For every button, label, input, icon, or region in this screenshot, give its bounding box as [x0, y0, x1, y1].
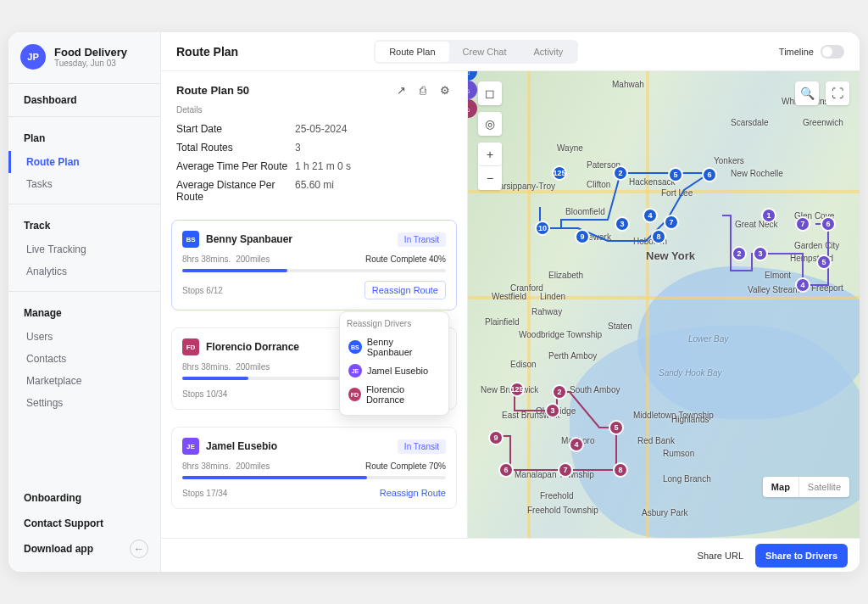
- city-label: Scarsdale: [731, 118, 768, 127]
- map-marker[interactable]: 2: [732, 246, 747, 261]
- map-marker[interactable]: 8: [613, 462, 628, 478]
- route-time: 8hrs 38mins.: [182, 254, 231, 264]
- city-label: Westfield: [492, 292, 526, 301]
- reassign-button[interactable]: Reassign Route: [364, 281, 446, 299]
- settings-icon[interactable]: ⚙: [438, 83, 452, 97]
- map-zoom-in-icon[interactable]: +: [478, 143, 502, 166]
- map-marker[interactable]: 2: [613, 165, 628, 181]
- map-canvas[interactable]: New York Yonkers Newark Paterson Clifton…: [468, 71, 860, 538]
- city-label: Perth Amboy: [548, 351, 597, 361]
- city-label: Clifton: [587, 180, 610, 189]
- tab-route-plan[interactable]: Route Plan: [376, 42, 448, 62]
- org-date: Tuesday, Jun 03: [54, 59, 127, 68]
- nav-item-route-plan[interactable]: Route Plan: [8, 151, 160, 173]
- tab-crew-chat[interactable]: Crew Chat: [449, 42, 520, 62]
- route-distance: 200miles: [236, 461, 270, 471]
- route-complete: Route Complete 40%: [365, 254, 446, 264]
- city-label: Yonkers: [714, 156, 744, 165]
- map-marker[interactable]: 8: [651, 229, 666, 244]
- map-type-satellite[interactable]: Satellite: [799, 477, 849, 497]
- city-label: Red Bank: [637, 436, 675, 445]
- map-marker[interactable]: 7: [664, 215, 679, 230]
- driver-name: Jamel Eusebio: [206, 440, 277, 452]
- collapse-icon[interactable]: ←: [130, 540, 148, 558]
- detail-start-date-v: 25-05-2024: [295, 123, 347, 135]
- map-marker[interactable]: 5: [668, 167, 683, 182]
- map-locate-icon[interactable]: ◎: [478, 112, 502, 136]
- map-box-select-icon[interactable]: ◻: [478, 81, 502, 105]
- map-zoom-out-icon[interactable]: −: [478, 166, 502, 190]
- map-marker[interactable]: 7: [795, 216, 810, 232]
- map-marker[interactable]: 4: [643, 208, 658, 223]
- detail-avgdist-v: 65.60 mi: [295, 179, 334, 203]
- route-complete: Route Complete 70%: [365, 461, 446, 471]
- driver-name: Benny Spanbauer: [206, 233, 292, 245]
- city-label: Asbury Park: [642, 508, 687, 517]
- reassign-button[interactable]: Reassign Route: [380, 488, 446, 498]
- dropdown-item[interactable]: FDFlorencio Dorrance: [347, 381, 442, 408]
- map-marker[interactable]: 3: [545, 403, 560, 418]
- city-label: New York: [646, 249, 695, 262]
- map-marker[interactable]: 7: [558, 462, 573, 478]
- city-label: Fort Lee: [661, 188, 693, 198]
- map-marker[interactable]: 6: [821, 216, 836, 232]
- city-label: Highlands: [671, 415, 709, 424]
- map-controls-right: 🔍 ⛶: [795, 81, 849, 105]
- topbar: Route Plan Route Plan Crew Chat Activity…: [161, 32, 860, 71]
- detail-start-date-k: Start Date: [176, 123, 295, 135]
- map-marker[interactable]: 5: [816, 254, 832, 270]
- dropdown-item[interactable]: BSBenny Spanbauer: [347, 333, 442, 361]
- map-marker[interactable]: 3: [753, 246, 768, 261]
- route-card[interactable]: BS Benny Spanbauer In Transit 8hrs 38min…: [171, 220, 457, 310]
- map-marker[interactable]: 1: [761, 208, 776, 223]
- map-marker[interactable]: 125: [509, 382, 525, 397]
- map-marker[interactable]: 9: [488, 430, 504, 445]
- tab-activity[interactable]: Activity: [520, 42, 577, 62]
- city-label: Garden City: [794, 241, 839, 250]
- stops-label: Stops: [182, 389, 204, 399]
- open-external-icon[interactable]: ↗: [394, 83, 408, 97]
- nav-item-tasks[interactable]: Tasks: [8, 173, 160, 195]
- driver-name: Florencio Dorrance: [206, 341, 299, 353]
- map-marker[interactable]: 10: [535, 221, 550, 236]
- nav-onboarding[interactable]: Onboarding: [8, 485, 160, 511]
- timeline-toggle-wrap: Timeline: [779, 45, 844, 59]
- nav-item-users[interactable]: Users: [8, 326, 160, 348]
- route-card[interactable]: JE Jamel Eusebio In Transit 8hrs 38mins.…: [171, 427, 457, 509]
- map-marker[interactable]: 125: [552, 165, 567, 181]
- map-marker[interactable]: 6: [498, 462, 514, 478]
- nav-header-manage: Manage: [8, 300, 160, 326]
- nav-item-settings[interactable]: Settings: [8, 392, 160, 414]
- nav-item-analytics[interactable]: Analytics: [8, 260, 160, 282]
- timeline-toggle[interactable]: [821, 45, 844, 59]
- nav-item-marketplace[interactable]: Marketplace: [8, 370, 160, 392]
- city-label: Freeport: [811, 283, 843, 293]
- nav-download[interactable]: Download app: [8, 536, 130, 562]
- share-url-button[interactable]: Share URL: [698, 551, 743, 561]
- map-marker[interactable]: 5: [609, 420, 624, 435]
- map-marker[interactable]: 4: [795, 277, 810, 293]
- map-marker[interactable]: 2: [552, 384, 567, 400]
- nav-support[interactable]: Contact Support: [8, 511, 160, 536]
- map-type-map[interactable]: Map: [763, 477, 799, 497]
- map-marker[interactable]: 6: [702, 167, 717, 182]
- map-fullscreen-icon[interactable]: ⛶: [826, 81, 849, 105]
- dropdown-item[interactable]: JEJamel Eusebio: [347, 361, 442, 381]
- panel-title: Route Plan 50: [176, 84, 249, 97]
- map-type-switch: Map Satellite: [763, 477, 849, 497]
- driver-avatar: BS: [182, 231, 199, 248]
- share-drivers-button[interactable]: Share to Drivers: [755, 544, 848, 568]
- nav-item-live-tracking[interactable]: Live Tracking: [8, 238, 160, 260]
- route-distance: 200miles: [236, 254, 270, 264]
- driver-avatar: JE: [182, 438, 199, 455]
- nav-item-contacts[interactable]: Contacts: [8, 348, 160, 370]
- nav-dashboard[interactable]: Dashboard: [8, 87, 160, 113]
- map-marker[interactable]: 3: [615, 216, 630, 232]
- route-card[interactable]: FD Florencio Dorrance 8hrs 38mins. 200mi…: [171, 327, 457, 410]
- city-label: Linden: [540, 292, 565, 301]
- print-icon[interactable]: ⎙: [416, 83, 430, 97]
- map-marker[interactable]: 9: [575, 229, 590, 244]
- map-marker[interactable]: 4: [569, 437, 584, 452]
- map-search-zoom-icon[interactable]: 🔍: [795, 81, 819, 105]
- status-badge: In Transit: [398, 232, 446, 247]
